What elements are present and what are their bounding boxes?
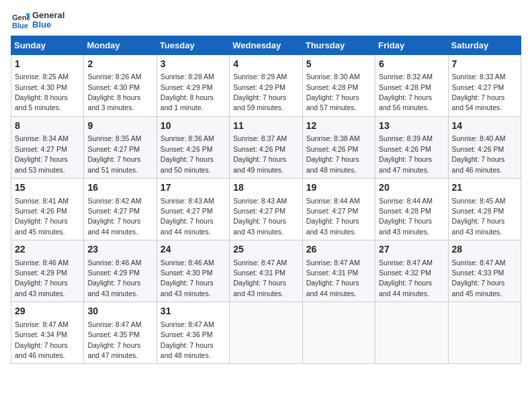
day-number: 19: [306, 181, 371, 195]
calendar-day-cell: 26 Sunrise: 8:47 AMSunset: 4:31 PMDaylig…: [302, 240, 375, 302]
calendar-week-row: 22 Sunrise: 8:46 AMSunset: 4:29 PMDaylig…: [11, 240, 521, 302]
day-info: Sunrise: 8:44 AMSunset: 4:27 PMDaylight:…: [306, 197, 360, 236]
day-number: 5: [306, 58, 371, 71]
calendar-day-cell: 21 Sunrise: 8:45 AMSunset: 4:28 PMDaylig…: [448, 178, 521, 240]
day-info: Sunrise: 8:43 AMSunset: 4:27 PMDaylight:…: [233, 197, 287, 236]
day-number: 15: [15, 181, 80, 195]
calendar-day-cell: 4 Sunrise: 8:29 AMSunset: 4:29 PMDayligh…: [230, 54, 302, 116]
calendar-day-cell: 6 Sunrise: 8:32 AMSunset: 4:28 PMDayligh…: [375, 54, 448, 116]
day-number: 28: [452, 243, 517, 257]
day-info: Sunrise: 8:47 AMSunset: 4:36 PMDaylight:…: [161, 320, 214, 359]
calendar-day-cell: 14 Sunrise: 8:40 AMSunset: 4:26 PMDaylig…: [448, 116, 521, 178]
calendar-day-cell: 25 Sunrise: 8:47 AMSunset: 4:31 PMDaylig…: [230, 240, 302, 302]
day-info: Sunrise: 8:47 AMSunset: 4:32 PMDaylight:…: [379, 259, 433, 298]
calendar-day-cell: 15 Sunrise: 8:41 AMSunset: 4:26 PMDaylig…: [11, 178, 84, 240]
calendar-day-cell: 9 Sunrise: 8:35 AMSunset: 4:27 PMDayligh…: [84, 116, 157, 178]
day-number: 25: [233, 243, 298, 257]
day-info: Sunrise: 8:26 AMSunset: 4:30 PMDaylight:…: [87, 73, 141, 111]
day-number: 30: [87, 305, 152, 318]
day-info: Sunrise: 8:47 AMSunset: 4:34 PMDaylight:…: [15, 320, 69, 359]
day-number: 6: [379, 58, 444, 71]
calendar-day-cell: 22 Sunrise: 8:46 AMSunset: 4:29 PMDaylig…: [11, 240, 84, 302]
calendar-day-cell: [375, 302, 448, 364]
calendar-day-cell: 18 Sunrise: 8:43 AMSunset: 4:27 PMDaylig…: [230, 178, 302, 240]
calendar-week-row: 15 Sunrise: 8:41 AMSunset: 4:26 PMDaylig…: [11, 178, 521, 240]
day-info: Sunrise: 8:39 AMSunset: 4:26 PMDaylight:…: [379, 134, 433, 173]
day-number: 31: [161, 305, 226, 318]
day-number: 4: [233, 58, 298, 71]
day-number: 24: [161, 243, 226, 257]
calendar-week-row: 1 Sunrise: 8:25 AMSunset: 4:30 PMDayligh…: [11, 54, 521, 116]
day-info: Sunrise: 8:35 AMSunset: 4:27 PMDaylight:…: [87, 134, 141, 173]
day-number: 11: [233, 120, 298, 133]
day-number: 8: [15, 120, 80, 133]
day-info: Sunrise: 8:42 AMSunset: 4:27 PMDaylight:…: [87, 197, 141, 236]
weekday-header-tuesday: Tuesday: [157, 36, 229, 54]
day-number: 12: [306, 120, 371, 133]
day-info: Sunrise: 8:41 AMSunset: 4:26 PMDaylight:…: [15, 197, 69, 236]
day-info: Sunrise: 8:29 AMSunset: 4:29 PMDaylight:…: [233, 73, 287, 111]
calendar-day-cell: [230, 302, 302, 364]
day-info: Sunrise: 8:33 AMSunset: 4:27 PMDaylight:…: [452, 73, 506, 111]
day-number: 23: [87, 243, 152, 257]
calendar-day-cell: 24 Sunrise: 8:46 AMSunset: 4:30 PMDaylig…: [157, 240, 229, 302]
calendar-day-cell: 13 Sunrise: 8:39 AMSunset: 4:26 PMDaylig…: [375, 116, 448, 178]
calendar-day-cell: 30 Sunrise: 8:47 AMSunset: 4:35 PMDaylig…: [84, 302, 157, 364]
day-number: 9: [87, 120, 152, 133]
day-info: Sunrise: 8:25 AMSunset: 4:30 PMDaylight:…: [15, 73, 69, 111]
calendar-day-cell: 28 Sunrise: 8:47 AMSunset: 4:33 PMDaylig…: [448, 240, 521, 302]
day-info: Sunrise: 8:44 AMSunset: 4:28 PMDaylight:…: [379, 197, 433, 236]
page-header: General Blue General Blue: [11, 11, 521, 30]
logo-wordmark: General Blue: [32, 11, 64, 30]
day-info: Sunrise: 8:46 AMSunset: 4:30 PMDaylight:…: [161, 259, 214, 298]
calendar-day-cell: [448, 302, 521, 364]
day-info: Sunrise: 8:37 AMSunset: 4:26 PMDaylight:…: [233, 134, 287, 173]
day-number: 21: [452, 181, 517, 195]
calendar-day-cell: 12 Sunrise: 8:38 AMSunset: 4:26 PMDaylig…: [302, 116, 375, 178]
day-number: 17: [161, 181, 226, 195]
day-number: 20: [379, 181, 444, 195]
weekday-header-wednesday: Wednesday: [230, 36, 302, 54]
weekday-header-sunday: Sunday: [11, 36, 84, 54]
day-number: 27: [379, 243, 444, 257]
calendar-day-cell: 8 Sunrise: 8:34 AMSunset: 4:27 PMDayligh…: [11, 116, 84, 178]
day-info: Sunrise: 8:46 AMSunset: 4:29 PMDaylight:…: [15, 259, 69, 298]
weekday-header-thursday: Thursday: [302, 36, 375, 54]
day-info: Sunrise: 8:28 AMSunset: 4:29 PMDaylight:…: [161, 73, 214, 111]
day-info: Sunrise: 8:38 AMSunset: 4:26 PMDaylight:…: [306, 134, 360, 173]
day-info: Sunrise: 8:36 AMSunset: 4:26 PMDaylight:…: [161, 134, 214, 173]
calendar-day-cell: 23 Sunrise: 8:46 AMSunset: 4:29 PMDaylig…: [84, 240, 157, 302]
calendar-day-cell: 10 Sunrise: 8:36 AMSunset: 4:26 PMDaylig…: [157, 116, 229, 178]
calendar-body: 1 Sunrise: 8:25 AMSunset: 4:30 PMDayligh…: [11, 54, 521, 364]
calendar-day-cell: 20 Sunrise: 8:44 AMSunset: 4:28 PMDaylig…: [375, 178, 448, 240]
calendar-day-cell: 3 Sunrise: 8:28 AMSunset: 4:29 PMDayligh…: [157, 54, 229, 116]
calendar-day-cell: 19 Sunrise: 8:44 AMSunset: 4:27 PMDaylig…: [302, 178, 375, 240]
day-number: 16: [87, 181, 152, 195]
calendar-day-cell: 31 Sunrise: 8:47 AMSunset: 4:36 PMDaylig…: [157, 302, 229, 364]
day-number: 26: [306, 243, 371, 257]
calendar-day-cell: 11 Sunrise: 8:37 AMSunset: 4:26 PMDaylig…: [230, 116, 302, 178]
calendar-header-row: SundayMondayTuesdayWednesdayThursdayFrid…: [11, 36, 521, 54]
calendar-day-cell: [302, 302, 375, 364]
day-info: Sunrise: 8:47 AMSunset: 4:31 PMDaylight:…: [233, 259, 287, 298]
day-info: Sunrise: 8:45 AMSunset: 4:28 PMDaylight:…: [452, 197, 506, 236]
day-number: 18: [233, 181, 298, 195]
calendar-week-row: 8 Sunrise: 8:34 AMSunset: 4:27 PMDayligh…: [11, 116, 521, 178]
day-number: 2: [87, 58, 152, 71]
calendar-day-cell: 7 Sunrise: 8:33 AMSunset: 4:27 PMDayligh…: [448, 54, 521, 116]
day-number: 10: [161, 120, 226, 133]
day-number: 22: [15, 243, 80, 257]
calendar-day-cell: 16 Sunrise: 8:42 AMSunset: 4:27 PMDaylig…: [84, 178, 157, 240]
weekday-header-monday: Monday: [84, 36, 157, 54]
calendar-day-cell: 17 Sunrise: 8:43 AMSunset: 4:27 PMDaylig…: [157, 178, 229, 240]
day-number: 1: [15, 58, 80, 71]
day-number: 29: [15, 305, 80, 318]
svg-text:Blue: Blue: [12, 21, 28, 30]
day-info: Sunrise: 8:40 AMSunset: 4:26 PMDaylight:…: [452, 134, 506, 173]
logo: General Blue General Blue: [11, 11, 64, 30]
calendar-day-cell: 29 Sunrise: 8:47 AMSunset: 4:34 PMDaylig…: [11, 302, 84, 364]
day-info: Sunrise: 8:46 AMSunset: 4:29 PMDaylight:…: [87, 259, 141, 298]
calendar-day-cell: 27 Sunrise: 8:47 AMSunset: 4:32 PMDaylig…: [375, 240, 448, 302]
day-info: Sunrise: 8:47 AMSunset: 4:33 PMDaylight:…: [452, 259, 506, 298]
day-number: 14: [452, 120, 517, 133]
